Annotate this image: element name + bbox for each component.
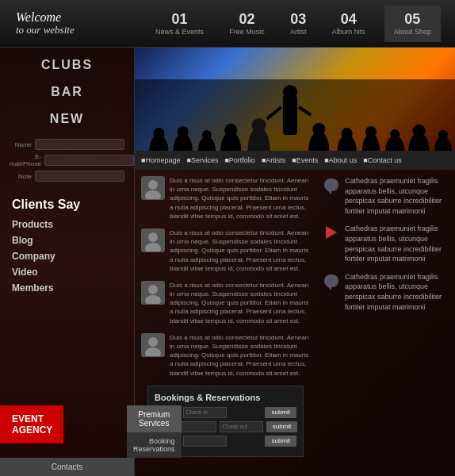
form-row-note: Note	[10, 171, 124, 182]
flight-checkin-input[interactable]	[183, 407, 227, 418]
svg-point-11	[283, 85, 297, 99]
article-item: Duis a risus at odio consectetur tincidu…	[141, 333, 310, 378]
logo-welcome: Welcome	[16, 10, 143, 25]
svg-point-21	[390, 129, 400, 139]
article-text: Duis a risus at odio consectetur tincidu…	[170, 281, 310, 325]
article-item: Duis a risus at odio consectetur tincidu…	[141, 228, 310, 273]
right-icon	[323, 224, 340, 241]
svg-point-25	[438, 130, 448, 140]
sub-nav: ■Homepage■Services■Portfolio■Artists■Eve…	[135, 151, 455, 170]
svg-point-1	[153, 128, 164, 139]
sidebar-link-members[interactable]: Members	[12, 280, 122, 296]
form-row-name: Name	[10, 139, 124, 150]
nav-item-1[interactable]: 02Free Music	[223, 8, 271, 40]
svg-point-33	[145, 347, 161, 356]
svg-point-7	[224, 124, 237, 136]
article-avatar	[141, 333, 165, 357]
svg-line-13	[299, 107, 311, 115]
sub-nav-contact-us[interactable]: ■Contact us	[363, 155, 401, 166]
sidebar-form: Name E-mail/Phone Note	[0, 132, 134, 191]
flight-submit-button[interactable]: submit	[265, 407, 296, 418]
sub-nav-about-us[interactable]: ■About us	[324, 155, 357, 166]
svg-point-17	[342, 128, 353, 139]
sidebar-nav-new[interactable]: NEW	[0, 106, 134, 132]
right-column: Cathedras praemuniet fragilis apparatus …	[316, 170, 455, 476]
svg-line-12	[267, 107, 281, 119]
sidebar-link-products[interactable]: Products	[12, 217, 122, 232]
nav-item-0[interactable]: 01News & Events	[149, 8, 210, 40]
sub-nav-homepage[interactable]: ■Homepage	[141, 155, 180, 166]
svg-point-15	[312, 123, 325, 136]
sidebar-link-company[interactable]: Company	[12, 248, 122, 264]
form-row-email: E-mail/Phone	[10, 153, 124, 167]
svg-point-26	[148, 180, 158, 190]
sidebar-nav-bar[interactable]: BAR	[0, 79, 134, 106]
svg-point-23	[412, 125, 425, 137]
article-avatar	[141, 281, 165, 305]
article-avatar	[141, 176, 165, 200]
sidebar-bottom: EVENT AGENCY Premium Services Booking Re…	[0, 405, 134, 476]
nav-item-4[interactable]: 05About Shop	[384, 6, 441, 42]
page-wrapper: Welcome to our website 01News & Events02…	[0, 0, 455, 476]
article-item: Duis a risus at odio consectetur tincidu…	[141, 281, 310, 325]
sidebar-links: ProductsBlogCompanyVideoMembers	[0, 215, 134, 298]
sub-nav-portfolio[interactable]: ■Portfolio	[224, 155, 254, 166]
top-nav: Welcome to our website 01News & Events02…	[0, 0, 455, 48]
event-agency-button[interactable]: EVENT AGENCY	[0, 405, 63, 443]
article-text: Duis a risus at odio consectetur tincidu…	[170, 176, 310, 221]
svg-point-30	[148, 285, 158, 294]
bookings-title: Bookings & Reservations	[155, 393, 296, 402]
form-label-name: Name	[10, 141, 32, 148]
hotel-checkout-input[interactable]	[220, 421, 263, 432]
svg-point-5	[202, 130, 212, 140]
sidebar-nav: CLUBSBARNEW	[0, 48, 134, 132]
nav-item-2[interactable]: 03Artist	[284, 8, 313, 40]
cruise-submit-button[interactable]: submit	[265, 436, 296, 447]
nav-item-3[interactable]: 04Album hits	[326, 8, 372, 40]
content-area: ■Homepage■Services■Portfolio■Artists■Eve…	[135, 48, 455, 476]
note-input[interactable]	[35, 171, 124, 182]
article-text: Duis a risus at odio consectetur tincidu…	[170, 228, 310, 273]
right-icon	[323, 272, 340, 290]
nav-items: 01News & Events02Free Music03Artist04Alb…	[143, 6, 447, 42]
svg-point-31	[145, 295, 161, 304]
right-item-1: Cathedras praemuniet fragilis apparatus …	[323, 224, 449, 263]
clients-say-title: Clients Say	[0, 191, 134, 215]
booking-button[interactable]: Booking Reservations	[127, 432, 182, 458]
article-text: Duis a risus at odio consectetur tincidu…	[170, 333, 310, 378]
right-text: Cathedras praemuniet fragilis apparatus …	[345, 224, 449, 263]
sub-nav-services[interactable]: ■Services	[186, 155, 218, 166]
form-label-email: E-mail/Phone	[10, 153, 41, 167]
play-icon	[326, 226, 337, 239]
right-text: Cathedras praemuniet fragilis apparatus …	[345, 176, 449, 216]
svg-point-19	[365, 126, 377, 137]
name-input[interactable]	[35, 139, 124, 150]
right-item-0: Cathedras praemuniet fragilis apparatus …	[323, 176, 449, 216]
svg-point-32	[148, 337, 158, 347]
sidebar: CLUBSBARNEW Name E-mail/Phone Note Clien…	[0, 48, 135, 476]
svg-point-28	[148, 232, 158, 242]
right-text: Cathedras praemuniet fragilis apparatus …	[345, 272, 449, 312]
right-item-2: Cathedras praemuniet fragilis apparatus …	[323, 272, 449, 312]
svg-point-9	[251, 118, 266, 132]
article-avatar	[141, 228, 165, 252]
bubble-icon	[324, 274, 338, 287]
main-area: CLUBSBARNEW Name E-mail/Phone Note Clien…	[0, 48, 455, 476]
email-input[interactable]	[44, 155, 134, 166]
bubble-icon	[324, 178, 338, 191]
contacts-button[interactable]: Contacts	[0, 458, 134, 476]
sidebar-nav-clubs[interactable]: CLUBS	[0, 52, 134, 79]
sidebar-link-video[interactable]: Video	[12, 264, 122, 280]
svg-point-3	[178, 126, 189, 137]
sub-nav-events[interactable]: ■Events	[292, 155, 318, 166]
sub-nav-artists[interactable]: ■Artists	[262, 155, 285, 166]
hotel-submit-button[interactable]: submit	[266, 421, 298, 432]
content-columns: Duis a risus at odio consectetur tincidu…	[135, 170, 455, 476]
hero-image	[135, 48, 455, 151]
logo-area: Welcome to our website	[8, 10, 143, 37]
premium-button[interactable]: Premium Services	[127, 405, 182, 432]
sidebar-link-blog[interactable]: Blog	[12, 232, 122, 248]
article-item: Duis a risus at odio consectetur tincidu…	[141, 176, 310, 221]
cruise-input[interactable]	[183, 436, 227, 447]
right-icon	[323, 176, 340, 194]
